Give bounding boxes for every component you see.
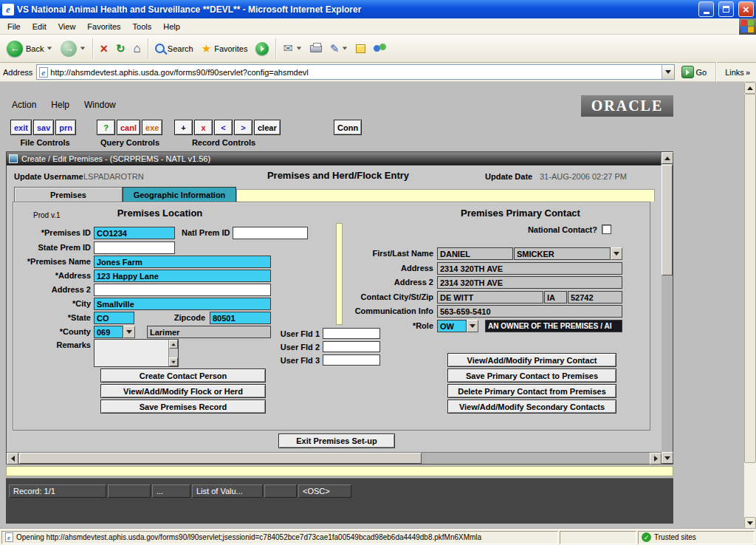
tab-geographic-information[interactable]: Geographic Information [123, 187, 236, 202]
contact-state-field[interactable] [544, 291, 567, 304]
delete-primary-contact-from-premises-button[interactable]: Delete Primary Contact from Premises [447, 384, 616, 398]
go-button[interactable]: Go [678, 66, 710, 78]
zipcode-field[interactable] [210, 312, 271, 324]
scroll-right-button[interactable] [650, 453, 662, 465]
menu-edit[interactable]: Edit [27, 20, 52, 33]
print-form-button[interactable]: prn [55, 120, 76, 135]
page-scrollbar[interactable] [744, 82, 756, 529]
query-help-button[interactable]: ? [97, 120, 115, 135]
edit-dropdown-icon[interactable] [343, 47, 347, 50]
menu-tools[interactable]: Tools [127, 20, 158, 33]
address2-field[interactable] [94, 284, 271, 296]
remarks-field[interactable] [94, 339, 179, 367]
menu-action[interactable]: Action [12, 100, 36, 110]
next-record-button[interactable]: > [234, 120, 252, 135]
vertical-scrollbar[interactable] [661, 152, 673, 464]
search-button[interactable]: Search [151, 37, 197, 61]
contact-last-name-field[interactable] [514, 247, 611, 260]
communication-info-field[interactable] [437, 305, 622, 318]
links-button[interactable]: Links [722, 68, 753, 77]
state-field[interactable] [94, 312, 134, 324]
clear-record-button[interactable]: clear [254, 120, 281, 135]
close-button[interactable] [738, 1, 754, 17]
horizontal-scrollbar-thumb[interactable] [19, 453, 422, 464]
save-button[interactable]: sav [33, 120, 54, 135]
premises-id-field[interactable] [94, 227, 175, 239]
forward-dropdown-icon[interactable] [80, 47, 85, 50]
view-add-modify-flock-or-herd-button[interactable]: View/Add/Modify Flock or Herd [100, 384, 266, 398]
role-description-field[interactable] [485, 320, 622, 332]
page-scroll-up-button[interactable] [744, 82, 756, 94]
menu-window[interactable]: Window [84, 100, 116, 110]
contact-city-field[interactable] [437, 291, 543, 304]
menu-favorites[interactable]: Favorites [81, 20, 126, 33]
county-code-field[interactable] [94, 326, 123, 338]
role-dropdown-button[interactable] [467, 320, 478, 332]
vertical-scrollbar-thumb[interactable] [662, 165, 673, 275]
natl-prem-id-field[interactable] [233, 227, 308, 239]
save-premises-record-button[interactable]: Save Premises Record [100, 400, 266, 414]
contact-name-dropdown-button[interactable] [611, 247, 622, 260]
execute-query-button[interactable]: exe [142, 120, 162, 135]
page-scrollbar-thumb[interactable] [744, 94, 756, 463]
county-name-field[interactable] [147, 326, 271, 338]
conn-button[interactable]: Conn [334, 120, 362, 135]
back-button[interactable]: Back [3, 37, 56, 61]
print-button[interactable] [306, 37, 326, 61]
save-primary-contact-to-premises-button[interactable]: Save Primary Contact to Premises [447, 369, 616, 383]
remarks-scroll-up-button[interactable] [169, 340, 178, 349]
minimize-button[interactable] [698, 1, 714, 17]
previous-record-button[interactable]: < [214, 120, 233, 135]
favorites-button[interactable]: Favorites [198, 37, 252, 61]
discuss-button[interactable] [352, 37, 369, 61]
user-fld-3-field[interactable] [323, 354, 380, 366]
contact-address-field[interactable] [437, 262, 622, 275]
back-dropdown-icon[interactable] [47, 47, 52, 50]
menu-help[interactable]: Help [157, 20, 186, 33]
stop-button[interactable] [96, 37, 111, 61]
maximize-button[interactable] [718, 1, 734, 17]
scroll-down-button[interactable] [662, 452, 673, 464]
messenger-button[interactable] [370, 37, 390, 61]
applet-menu-bar: Action Help Window [12, 100, 116, 110]
contact-first-name-field[interactable] [437, 247, 513, 260]
remarks-scroll-down-button[interactable] [169, 357, 178, 366]
state-prem-id-field[interactable] [94, 241, 175, 254]
exit-premises-setup-button[interactable]: Exit Premises Set-up [278, 433, 395, 448]
menu-file[interactable]: File [1, 20, 27, 33]
horizontal-scrollbar[interactable] [7, 452, 662, 464]
forward-button[interactable] [57, 37, 89, 61]
address-dropdown-button[interactable] [662, 65, 674, 79]
city-field[interactable] [94, 298, 271, 310]
mail-button[interactable] [279, 37, 305, 61]
contact-zip-field[interactable] [568, 291, 622, 304]
national-contact-checkbox[interactable] [602, 224, 611, 234]
role-code-field[interactable] [437, 320, 467, 332]
tab-premises[interactable]: Premises [14, 187, 123, 202]
county-dropdown-button[interactable] [123, 326, 135, 338]
scroll-left-button[interactable] [7, 453, 18, 465]
refresh-button[interactable] [112, 37, 129, 61]
user-fld-2-field[interactable] [323, 341, 380, 352]
menu-view[interactable]: View [52, 20, 82, 33]
contact-address2-field[interactable] [437, 276, 622, 289]
view-add-modify-primary-contact-button[interactable]: View/Add/Modify Primary Contact [447, 353, 616, 367]
scroll-up-button[interactable] [662, 152, 673, 164]
premises-name-field[interactable] [94, 256, 271, 268]
edit-button[interactable] [326, 37, 352, 61]
home-button[interactable] [130, 37, 145, 61]
remarks-scrollbar[interactable] [168, 340, 178, 366]
address-input[interactable] [50, 66, 661, 78]
mail-dropdown-icon[interactable] [297, 47, 301, 50]
exit-button[interactable]: exit [10, 120, 32, 135]
view-add-modify-secondary-contacts-button[interactable]: View/Add/Modify Secondary Contacts [447, 400, 616, 414]
page-scroll-down-button[interactable] [744, 517, 756, 529]
create-contact-person-button[interactable]: Create Contact Person [100, 369, 266, 383]
media-button[interactable] [252, 37, 272, 61]
add-record-button[interactable]: + [174, 120, 193, 135]
menu-help-applet[interactable]: Help [51, 100, 69, 110]
forms-window-titlebar[interactable]: Create / Edit Premises - (SCRPREMS - NAT… [7, 152, 662, 165]
address-field[interactable] [94, 270, 271, 282]
delete-record-button[interactable]: x [194, 120, 213, 135]
cancel-query-button[interactable]: canl [117, 120, 140, 135]
